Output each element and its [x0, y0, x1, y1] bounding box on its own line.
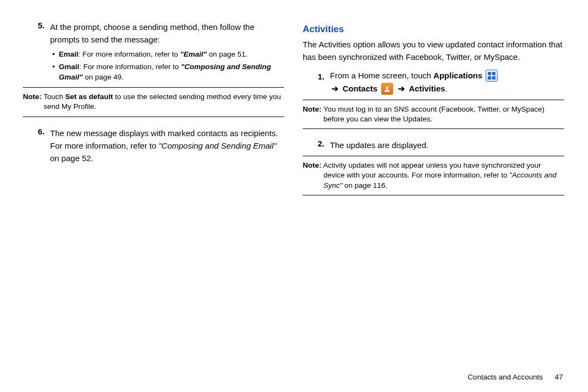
right-column: Activities The Activities option allows … [303, 21, 564, 205]
contacts-label: Contacts [342, 84, 377, 93]
bullet-email: • Email: For more information, refer to … [52, 50, 284, 60]
arrow-icon: ➔ [396, 84, 407, 93]
note-set-default: Note: Touch Set as default to use the se… [23, 87, 284, 117]
section-heading-activities: Activities [303, 24, 564, 35]
step-number: 5. [23, 21, 50, 46]
activities-label: Activities [409, 84, 445, 93]
step-number: 6. [23, 127, 50, 165]
step-5: 5. At the prompt, choose a sending metho… [23, 21, 284, 46]
step-text: From a Home screen, touch Applications ➔… [330, 69, 564, 95]
note-b: Set as default [65, 93, 113, 101]
note2-a: You must log in to an SNS account (Faceb… [322, 105, 544, 113]
gmail-tail: on page 49. [83, 73, 124, 81]
svg-point-0 [385, 86, 388, 89]
applications-icon [486, 70, 498, 82]
email-rest: : For more information, refer to [78, 50, 180, 58]
step-6: 6. The new message displays with marked … [23, 127, 284, 165]
step-text: The new message displays with marked con… [50, 127, 284, 165]
footer-page-number: 47 [555, 373, 563, 381]
page-footer: Contacts and Accounts47 [468, 373, 563, 381]
arrow-icon: ➔ [330, 84, 340, 93]
bullet-dot: • [52, 50, 59, 60]
note-label: Note: [23, 93, 42, 101]
note3-b: device with your accounts. For more info… [323, 171, 509, 179]
bullet-dot: • [52, 62, 59, 83]
gmail-label: Gmail [59, 63, 79, 71]
note3-tail: on page 116. [342, 181, 388, 189]
left-column: 5. At the prompt, choose a sending metho… [23, 21, 284, 205]
note-a: Touch [42, 93, 65, 101]
bullet-gmail: • Gmail: For more information, refer to … [52, 62, 284, 83]
gmail-rest: : For more information, refer to [79, 63, 181, 71]
note-label: Note: [303, 105, 322, 113]
step1-a: From a Home screen, touch [330, 71, 433, 80]
step-text: At the prompt, choose a sending method, … [50, 21, 284, 46]
note-sns-login: Note: You must log in to an SNS account … [303, 100, 564, 129]
step-text: The updates are displayed. [330, 139, 564, 151]
step-number: 2. [303, 139, 330, 151]
step-number: 1. [303, 69, 330, 95]
activities-intro: The Activities option allows you to view… [303, 38, 564, 64]
contacts-icon [381, 83, 393, 95]
step-1: 1. From a Home screen, touch Application… [303, 69, 564, 95]
footer-section: Contacts and Accounts [468, 373, 543, 381]
note3-line2: device with your accounts. For more info… [323, 170, 564, 190]
applications-label: Applications [433, 71, 482, 80]
email-tail: on page 51. [207, 50, 248, 58]
email-label: Email [59, 50, 78, 58]
note-line2: send My Profile. [44, 102, 284, 112]
bullet-text: Gmail: For more information, refer to "C… [59, 62, 284, 83]
note2-b: before you can view the Updates. [323, 114, 564, 124]
period: . [445, 84, 448, 93]
bullet-text: Email: For more information, refer to "E… [59, 50, 284, 60]
step6-tail: on page 52. [50, 154, 93, 163]
note-c: to use the selected sending method every… [113, 93, 281, 101]
note-activity-sync: Note: Activity updates will not appear u… [303, 156, 564, 195]
step-2: 2. The updates are displayed. [303, 139, 564, 151]
sub-bullets: • Email: For more information, refer to … [52, 50, 284, 83]
note3-a: Activity updates will not appear unless … [322, 161, 541, 169]
email-ref: "Email" [180, 50, 207, 58]
note-label: Note: [303, 161, 322, 169]
step6-ref: "Composing and Sending Email" [158, 141, 277, 150]
